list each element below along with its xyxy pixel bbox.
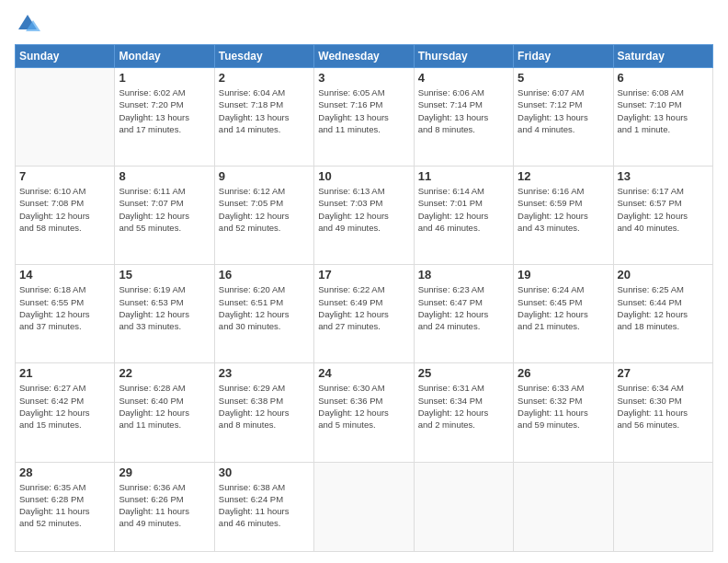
day-info: Sunrise: 6:05 AMSunset: 7:16 PMDaylight:… xyxy=(318,86,409,135)
calendar-cell-18: 18Sunrise: 6:23 AMSunset: 6:47 PMDayligh… xyxy=(414,265,513,363)
day-number: 12 xyxy=(518,169,609,183)
calendar-cell-8: 8Sunrise: 6:11 AMSunset: 7:07 PMDaylight… xyxy=(115,167,214,265)
calendar-week-2: 7Sunrise: 6:10 AMSunset: 7:08 PMDaylight… xyxy=(16,167,713,265)
day-info: Sunrise: 6:28 AMSunset: 6:40 PMDaylight:… xyxy=(119,382,210,431)
calendar-cell-24: 24Sunrise: 6:30 AMSunset: 6:36 PMDayligh… xyxy=(314,363,414,462)
calendar-week-4: 21Sunrise: 6:27 AMSunset: 6:42 PMDayligh… xyxy=(16,363,713,462)
calendar-cell-2: 2Sunrise: 6:04 AMSunset: 7:18 PMDaylight… xyxy=(214,68,313,167)
day-info: Sunrise: 6:25 AMSunset: 6:44 PMDaylight:… xyxy=(618,283,709,332)
day-number: 8 xyxy=(119,169,210,183)
day-number: 29 xyxy=(119,465,210,479)
day-info: Sunrise: 6:34 AMSunset: 6:30 PMDaylight:… xyxy=(618,382,709,431)
day-info: Sunrise: 6:13 AMSunset: 7:03 PMDaylight:… xyxy=(318,185,409,234)
day-info: Sunrise: 6:35 AMSunset: 6:28 PMDaylight:… xyxy=(19,481,110,530)
day-info: Sunrise: 6:29 AMSunset: 6:38 PMDaylight:… xyxy=(219,382,310,431)
day-info: Sunrise: 6:16 AMSunset: 6:59 PMDaylight:… xyxy=(518,185,609,234)
day-info: Sunrise: 6:11 AMSunset: 7:07 PMDaylight:… xyxy=(119,185,210,234)
day-number: 28 xyxy=(19,465,110,479)
calendar-week-3: 14Sunrise: 6:18 AMSunset: 6:55 PMDayligh… xyxy=(16,265,713,363)
day-number: 21 xyxy=(19,366,110,380)
day-info: Sunrise: 6:07 AMSunset: 7:12 PMDaylight:… xyxy=(518,86,609,135)
weekday-header-thursday: Thursday xyxy=(414,45,513,68)
page: SundayMondayTuesdayWednesdayThursdayFrid… xyxy=(0,0,728,563)
day-info: Sunrise: 6:10 AMSunset: 7:08 PMDaylight:… xyxy=(19,185,110,234)
calendar-cell-23: 23Sunrise: 6:29 AMSunset: 6:38 PMDayligh… xyxy=(214,363,313,462)
day-info: Sunrise: 6:19 AMSunset: 6:53 PMDaylight:… xyxy=(119,283,210,332)
day-info: Sunrise: 6:24 AMSunset: 6:45 PMDaylight:… xyxy=(518,283,609,332)
calendar-cell-17: 17Sunrise: 6:22 AMSunset: 6:49 PMDayligh… xyxy=(314,265,414,363)
weekday-header-friday: Friday xyxy=(514,45,613,68)
day-info: Sunrise: 6:20 AMSunset: 6:51 PMDaylight:… xyxy=(219,283,310,332)
calendar-cell-5: 5Sunrise: 6:07 AMSunset: 7:12 PMDaylight… xyxy=(514,68,613,167)
calendar-cell-9: 9Sunrise: 6:12 AMSunset: 7:05 PMDaylight… xyxy=(214,167,313,265)
day-number: 19 xyxy=(518,268,609,282)
day-info: Sunrise: 6:31 AMSunset: 6:34 PMDaylight:… xyxy=(418,382,509,431)
weekday-header-wednesday: Wednesday xyxy=(314,45,414,68)
day-number: 7 xyxy=(19,169,110,183)
day-info: Sunrise: 6:33 AMSunset: 6:32 PMDaylight:… xyxy=(518,382,609,431)
calendar-cell-4: 4Sunrise: 6:06 AMSunset: 7:14 PMDaylight… xyxy=(414,68,513,167)
calendar-week-1: 1Sunrise: 6:02 AMSunset: 7:20 PMDaylight… xyxy=(16,68,713,167)
day-info: Sunrise: 6:08 AMSunset: 7:10 PMDaylight:… xyxy=(618,86,709,135)
weekday-header-sunday: Sunday xyxy=(16,45,115,68)
day-number: 24 xyxy=(318,366,409,380)
calendar-cell-30: 30Sunrise: 6:38 AMSunset: 6:24 PMDayligh… xyxy=(214,462,313,551)
day-number: 3 xyxy=(318,71,409,85)
calendar-cell-19: 19Sunrise: 6:24 AMSunset: 6:45 PMDayligh… xyxy=(514,265,613,363)
calendar-cell-12: 12Sunrise: 6:16 AMSunset: 6:59 PMDayligh… xyxy=(514,167,613,265)
calendar-cell-22: 22Sunrise: 6:28 AMSunset: 6:40 PMDayligh… xyxy=(115,363,214,462)
day-number: 16 xyxy=(219,268,310,282)
calendar-cell-28: 28Sunrise: 6:35 AMSunset: 6:28 PMDayligh… xyxy=(16,462,115,551)
day-number: 23 xyxy=(219,366,310,380)
day-info: Sunrise: 6:36 AMSunset: 6:26 PMDaylight:… xyxy=(119,481,210,530)
day-info: Sunrise: 6:06 AMSunset: 7:14 PMDaylight:… xyxy=(418,86,509,135)
calendar-cell-16: 16Sunrise: 6:20 AMSunset: 6:51 PMDayligh… xyxy=(214,265,313,363)
logo xyxy=(15,11,44,37)
calendar-cell-0 xyxy=(16,68,115,167)
day-number: 15 xyxy=(119,268,210,282)
day-number: 18 xyxy=(418,268,509,282)
day-info: Sunrise: 6:23 AMSunset: 6:47 PMDaylight:… xyxy=(418,283,509,332)
weekday-header-monday: Monday xyxy=(115,45,214,68)
day-number: 10 xyxy=(318,169,409,183)
calendar-week-5: 28Sunrise: 6:35 AMSunset: 6:28 PMDayligh… xyxy=(16,462,713,551)
day-info: Sunrise: 6:17 AMSunset: 6:57 PMDaylight:… xyxy=(618,185,709,234)
calendar-cell-33 xyxy=(514,462,613,551)
calendar-cell-13: 13Sunrise: 6:17 AMSunset: 6:57 PMDayligh… xyxy=(613,167,712,265)
day-info: Sunrise: 6:04 AMSunset: 7:18 PMDaylight:… xyxy=(219,86,310,135)
day-info: Sunrise: 6:18 AMSunset: 6:55 PMDaylight:… xyxy=(19,283,110,332)
calendar-cell-32 xyxy=(414,462,513,551)
calendar-cell-3: 3Sunrise: 6:05 AMSunset: 7:16 PMDaylight… xyxy=(314,68,414,167)
calendar-cell-1: 1Sunrise: 6:02 AMSunset: 7:20 PMDaylight… xyxy=(115,68,214,167)
day-number: 9 xyxy=(219,169,310,183)
day-number: 13 xyxy=(618,169,709,183)
day-number: 17 xyxy=(318,268,409,282)
calendar-cell-6: 6Sunrise: 6:08 AMSunset: 7:10 PMDaylight… xyxy=(613,68,712,167)
logo-icon xyxy=(15,11,40,37)
day-number: 5 xyxy=(518,71,609,85)
calendar-cell-27: 27Sunrise: 6:34 AMSunset: 6:30 PMDayligh… xyxy=(613,363,712,462)
weekday-header-saturday: Saturday xyxy=(613,45,712,68)
calendar-cell-14: 14Sunrise: 6:18 AMSunset: 6:55 PMDayligh… xyxy=(16,265,115,363)
day-number: 25 xyxy=(418,366,509,380)
day-info: Sunrise: 6:30 AMSunset: 6:36 PMDaylight:… xyxy=(318,382,409,431)
calendar-cell-31 xyxy=(314,462,414,551)
calendar-cell-26: 26Sunrise: 6:33 AMSunset: 6:32 PMDayligh… xyxy=(514,363,613,462)
calendar-cell-34 xyxy=(613,462,712,551)
calendar-cell-21: 21Sunrise: 6:27 AMSunset: 6:42 PMDayligh… xyxy=(16,363,115,462)
day-info: Sunrise: 6:22 AMSunset: 6:49 PMDaylight:… xyxy=(318,283,409,332)
header xyxy=(15,11,713,37)
day-info: Sunrise: 6:02 AMSunset: 7:20 PMDaylight:… xyxy=(119,86,210,135)
day-number: 27 xyxy=(618,366,709,380)
weekday-header-row: SundayMondayTuesdayWednesdayThursdayFrid… xyxy=(16,45,713,68)
day-number: 2 xyxy=(219,71,310,85)
day-info: Sunrise: 6:27 AMSunset: 6:42 PMDaylight:… xyxy=(19,382,110,431)
calendar-cell-10: 10Sunrise: 6:13 AMSunset: 7:03 PMDayligh… xyxy=(314,167,414,265)
calendar-cell-11: 11Sunrise: 6:14 AMSunset: 7:01 PMDayligh… xyxy=(414,167,513,265)
day-number: 4 xyxy=(418,71,509,85)
day-number: 11 xyxy=(418,169,509,183)
calendar-cell-29: 29Sunrise: 6:36 AMSunset: 6:26 PMDayligh… xyxy=(115,462,214,551)
weekday-header-tuesday: Tuesday xyxy=(214,45,313,68)
calendar-table: SundayMondayTuesdayWednesdayThursdayFrid… xyxy=(15,44,713,552)
day-number: 14 xyxy=(19,268,110,282)
